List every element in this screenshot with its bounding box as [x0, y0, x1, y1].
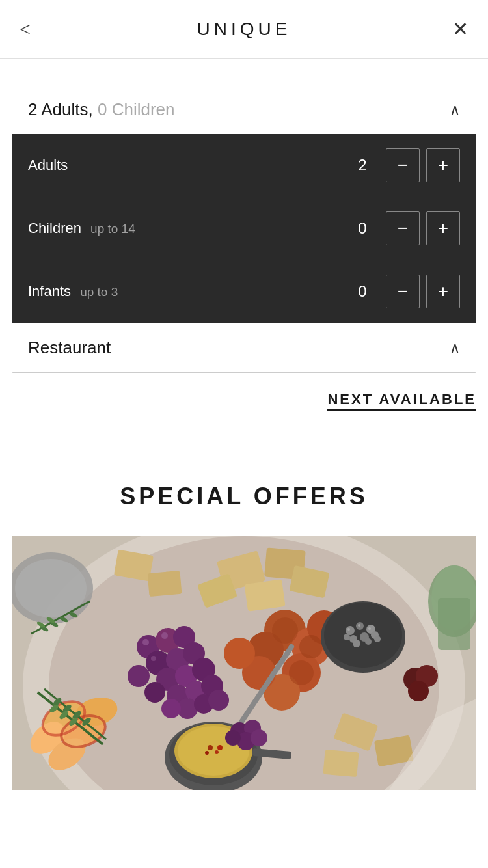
svg-point-82 [344, 634, 350, 640]
infants-stepper: − + [386, 275, 460, 308]
adults-stepper: − + [386, 148, 460, 182]
next-available-button[interactable]: NEXT AVAILABLE [327, 391, 476, 411]
infants-label: Infants up to 3 [28, 283, 349, 300]
guest-rows-section: Adults 2 − + Children up to 14 0 − + Inf… [12, 134, 476, 323]
svg-rect-14 [323, 750, 359, 777]
back-button[interactable]: < [20, 20, 31, 39]
svg-point-24 [299, 635, 323, 658]
adults-plus-button[interactable]: + [426, 148, 460, 182]
children-plus-button[interactable]: + [426, 211, 460, 245]
children-label: Children up to 14 [28, 220, 349, 237]
children-stepper: − + [386, 211, 460, 245]
svg-point-46 [151, 656, 156, 661]
svg-point-92 [215, 750, 219, 754]
children-row: Children up to 14 0 − + [12, 197, 476, 260]
svg-point-22 [224, 638, 255, 669]
svg-point-84 [347, 628, 350, 631]
svg-rect-7 [244, 579, 285, 612]
svg-point-23 [272, 617, 298, 644]
special-offers-section: SPECIAL OFFERS [0, 450, 488, 790]
svg-rect-98 [438, 598, 470, 650]
special-offers-image [12, 536, 476, 790]
adults-count: 2 [349, 156, 375, 174]
svg-point-94 [217, 745, 223, 750]
summary-chevron-icon: ∧ [450, 102, 460, 118]
svg-rect-11 [148, 571, 182, 597]
next-available-row: NEXT AVAILABLE [0, 373, 488, 411]
app-header: < UNIQUE ✕ [0, 0, 488, 59]
svg-point-25 [289, 660, 314, 685]
svg-point-38 [128, 665, 150, 687]
infants-minus-button[interactable]: − [386, 275, 420, 308]
svg-point-81 [365, 638, 372, 645]
svg-point-83 [374, 636, 381, 642]
svg-point-74 [346, 626, 355, 635]
adults-minus-button[interactable]: − [386, 148, 420, 182]
close-button[interactable]: ✕ [452, 20, 468, 39]
infants-count: 0 [349, 282, 375, 301]
restaurant-chevron-icon: ∧ [450, 340, 460, 357]
adults-row: Adults 2 − + [12, 134, 476, 197]
children-count: 0 [349, 219, 375, 237]
svg-point-91 [208, 745, 213, 750]
svg-point-85 [358, 624, 360, 627]
svg-point-86 [368, 627, 371, 630]
adults-label: Adults [28, 157, 349, 174]
svg-point-44 [142, 639, 149, 645]
infants-row: Infants up to 3 0 − + [12, 260, 476, 323]
guest-selector-card: 2 Adults, 0 Children ∧ Adults 2 − + Chil… [12, 85, 476, 373]
restaurant-row[interactable]: Restaurant ∧ [12, 323, 476, 372]
svg-point-107 [408, 681, 429, 701]
guest-summary-row[interactable]: 2 Adults, 0 Children ∧ [12, 85, 476, 134]
children-minus-button[interactable]: − [386, 211, 420, 245]
infants-plus-button[interactable]: + [426, 275, 460, 308]
svg-point-80 [353, 640, 360, 647]
page-title: UNIQUE [197, 19, 291, 40]
svg-point-39 [144, 682, 165, 703]
restaurant-label: Restaurant [28, 338, 111, 358]
svg-point-42 [208, 690, 229, 711]
svg-point-102 [251, 729, 267, 746]
svg-point-45 [161, 632, 168, 639]
svg-point-103 [225, 730, 241, 746]
guest-summary-text: 2 Adults, 0 Children [28, 100, 174, 120]
svg-point-43 [161, 699, 181, 718]
svg-point-93 [205, 751, 209, 755]
special-offers-title: SPECIAL OFFERS [0, 483, 488, 510]
